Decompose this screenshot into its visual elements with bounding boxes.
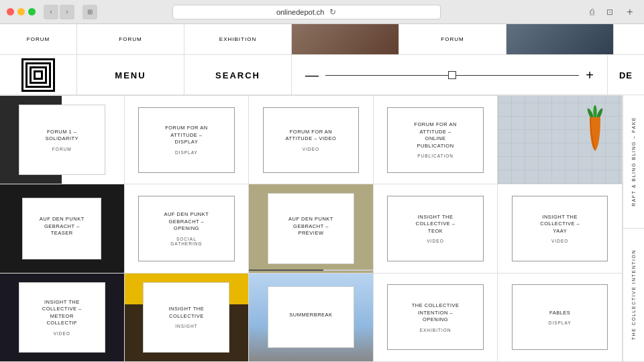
grid-cell-0-4[interactable] xyxy=(498,96,623,184)
address-bar[interactable]: onlinedepot.ch ↻ xyxy=(172,5,441,19)
cell-subtitle-2-1: INSIGHT xyxy=(175,324,197,328)
strip-item-2[interactable]: FORUM xyxy=(77,24,184,54)
cell-title-2-1: INSIGHT THE COLLECTIVE xyxy=(169,306,205,320)
cell-title-2-2: SUMMERBREAK xyxy=(289,312,332,319)
grid-cell-1-4[interactable]: INSIGHT THE COLLECTIVE – YAAY VIDEO xyxy=(498,184,623,273)
strip-item-3[interactable]: EXHIBITION xyxy=(184,24,292,54)
grid-area: FORUM 1 – SOLIDARITY FORUM FORUM FOR AN … xyxy=(0,95,644,362)
cell-subtitle-0-2: VIDEO xyxy=(303,147,319,152)
top-strip: FORUM FORUM EXHIBITION FORUM EXHIBITION xyxy=(0,24,644,55)
fullscreen-button[interactable] xyxy=(28,8,36,15)
slider-plus-button[interactable]: + xyxy=(586,68,594,83)
cell-title-0-2: FORUM FOR AN ATTITUDE – VIDEO xyxy=(286,129,337,143)
sidebar-section-2[interactable]: THE COLLECTIVE INTENTION xyxy=(623,229,644,362)
cell-inner-1-1: AUF DEN PUNKT GEBRACHT – OPENING SOCIAL … xyxy=(138,196,234,261)
logo-maze-icon xyxy=(21,58,55,92)
cell-inner-0-3: FORUM FOR AN ATTITUDE – ONLINE PUBLICATI… xyxy=(387,107,483,173)
minimize-button[interactable] xyxy=(17,8,25,15)
share-button[interactable]: ⎙ xyxy=(585,5,600,19)
cell-subtitle-0-1: DISPLAY xyxy=(175,150,198,155)
grid-cell-1-3[interactable]: INSIGHT THE COLLECTIVE – TEOK VIDEO xyxy=(374,184,498,273)
cell-subtitle-1-1: SOCIAL GATHERING xyxy=(170,237,202,246)
grid-cell-0-3[interactable]: FORUM FOR AN ATTITUDE – ONLINE PUBLICATI… xyxy=(374,96,498,184)
carrot-icon xyxy=(582,103,608,163)
cell-title-1-2: AUF DEN PUNKT GEBRACHT – PREVIEW xyxy=(288,216,333,237)
strip-item-5[interactable]: FORUM xyxy=(399,24,506,54)
sidebar-label-2: THE COLLECTIVE INTENTION xyxy=(631,249,636,340)
grid-cell-1-1[interactable]: AUF DEN PUNKT GEBRACHT – OPENING SOCIAL … xyxy=(125,184,250,273)
traffic-lights xyxy=(7,8,36,15)
strip-item-1[interactable]: FORUM xyxy=(0,24,77,54)
nav-buttons: ‹ › xyxy=(44,5,74,19)
cell-inner-2-4: FABLES DISPLAY xyxy=(512,284,608,350)
grid-cell-0-1[interactable]: FORUM FOR AN ATTITUDE – DISPLAY DISPLAY xyxy=(125,96,250,184)
reload-button[interactable]: ↻ xyxy=(329,7,336,17)
logo[interactable] xyxy=(0,55,77,95)
strip-item-7[interactable]: EXHIBITION xyxy=(614,24,644,54)
cell-title-1-4: INSIGHT THE COLLECTIVE – YAAY xyxy=(540,214,580,235)
back-button[interactable]: ‹ xyxy=(44,5,58,19)
strip-label-1: FORUM xyxy=(24,36,52,43)
grid-cell-0-2[interactable]: FORUM FOR AN ATTITUDE – VIDEO VIDEO xyxy=(249,96,374,184)
cell-subtitle-2-4: DISPLAY xyxy=(549,320,572,325)
sidebar-section-1[interactable]: RAFT & BLING BLING – FAKE xyxy=(623,95,644,229)
grid-cell-2-0[interactable]: INSIGHT THE COLLECTIVE – METEOR COLLECTI… xyxy=(0,274,125,362)
grid-cell-2-2[interactable]: SUMMERBREAK xyxy=(249,274,374,362)
cell-subtitle-0-3: PUBLICATION xyxy=(417,154,453,158)
grid-cell-2-3[interactable]: THE COLLECTIVE INTENTION – OPENING EXHIB… xyxy=(374,274,498,362)
bookmark-button[interactable]: ⊡ xyxy=(602,5,617,19)
grid-cell-0-0[interactable]: FORUM 1 – SOLIDARITY FORUM xyxy=(0,96,125,184)
cell-inner-0-1: FORUM FOR AN ATTITUDE – DISPLAY DISPLAY xyxy=(138,107,234,173)
cell-inner-0-2: FORUM FOR AN ATTITUDE – VIDEO VIDEO xyxy=(263,107,359,173)
slider-thumb[interactable] xyxy=(448,71,456,79)
slider-minus-button[interactable]: — xyxy=(305,68,319,83)
cell-title-0-1: FORUM FOR AN ATTITUDE – DISPLAY xyxy=(165,125,208,146)
slider-area: — + xyxy=(292,68,607,83)
search-button[interactable]: SEARCH xyxy=(184,55,292,95)
cell-inner-1-3: INSIGHT THE COLLECTIVE – TEOK VIDEO xyxy=(387,196,483,261)
video-progress-bar xyxy=(249,269,373,271)
add-tab-button[interactable]: + xyxy=(623,5,637,19)
language-button[interactable]: DE xyxy=(607,55,644,95)
cell-title-1-1: AUF DEN PUNKT GEBRACHT – OPENING xyxy=(164,211,209,233)
menu-button[interactable]: MENU xyxy=(77,55,184,95)
cell-title-1-0: AUF DEN PUNKT GEBRACHT – TEASER xyxy=(40,216,85,237)
cell-title-0-3: FORUM FOR AN ATTITUDE – ONLINE PUBLICATI… xyxy=(414,121,457,149)
forward-button[interactable]: › xyxy=(60,5,74,19)
content-grid: FORUM 1 – SOLIDARITY FORUM FORUM FOR AN … xyxy=(0,95,623,362)
cell-title-0-0: FORUM 1 – SOLIDARITY xyxy=(45,129,78,143)
sidebar-label-1: RAFT & BLING BLING – FAKE xyxy=(631,117,636,206)
cell-subtitle-1-3: VIDEO xyxy=(427,239,443,243)
cell-title-2-4: FABLES xyxy=(549,310,570,317)
slider-track[interactable] xyxy=(325,75,579,76)
browser-chrome: ‹ › ⊞ onlinedepot.ch ↻ ⎙ ⊡ + xyxy=(0,0,644,24)
strip-item-6[interactable] xyxy=(506,24,614,54)
grid-cell-1-0[interactable]: AUF DEN PUNKT GEBRACHT – TEASER xyxy=(0,184,125,273)
strip-label-5: FORUM xyxy=(438,36,466,43)
cell-subtitle-2-0: VIDEO xyxy=(54,331,70,336)
grid-cell-2-1[interactable]: INSIGHT THE COLLECTIVE INSIGHT xyxy=(125,274,250,362)
browser-actions: ⎙ ⊡ xyxy=(585,5,617,19)
close-button[interactable] xyxy=(7,8,14,15)
cell-title-2-3: THE COLLECTIVE INTENTION – OPENING xyxy=(412,302,460,324)
page-icon-button[interactable]: ⊞ xyxy=(83,5,97,19)
cell-title-1-3: INSIGHT THE COLLECTIVE – TEOK xyxy=(416,214,455,235)
strip-item-4[interactable] xyxy=(292,24,399,54)
toolbar: MENU SEARCH — + DE xyxy=(0,55,644,95)
strip-label-3: EXHIBITION xyxy=(217,36,259,43)
cell-inner-2-3: THE COLLECTIVE INTENTION – OPENING EXHIB… xyxy=(387,284,483,350)
strip-label-2: FORUM xyxy=(116,36,144,43)
cell-title-2-0: INSIGHT THE COLLECTIVE – METEOR COLLECTI… xyxy=(42,299,82,327)
cell-inner-1-4: INSIGHT THE COLLECTIVE – YAAY VIDEO xyxy=(512,196,608,261)
main-content: FORUM FORUM EXHIBITION FORUM EXHIBITION xyxy=(0,24,644,362)
url-text: onlinedepot.ch xyxy=(276,8,325,16)
cell-subtitle-0-0: FORUM xyxy=(52,147,72,152)
grid-cell-2-4[interactable]: FABLES DISPLAY xyxy=(498,274,623,362)
grid-cell-1-2[interactable]: AUF DEN PUNKT GEBRACHT – PREVIEW xyxy=(249,184,374,273)
cell-subtitle-1-4: VIDEO xyxy=(551,239,568,243)
cell-subtitle-2-3: EXHIBITION xyxy=(420,328,451,333)
right-sidebar: RAFT & BLING BLING – FAKE THE COLLECTIVE… xyxy=(623,95,644,362)
